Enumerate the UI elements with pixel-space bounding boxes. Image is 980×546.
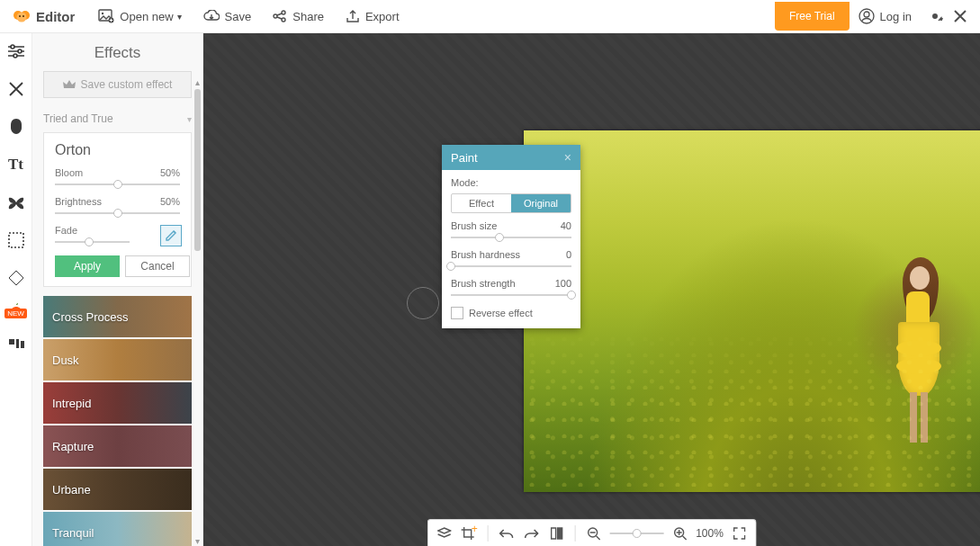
settings-button[interactable] [924,5,946,27]
orton-title: Orton [55,142,180,158]
mode-effect-button[interactable]: Effect [452,194,511,212]
canvas-area[interactable]: Paint × Mode: Effect Original Brush size… [203,33,980,546]
flip-button[interactable] [547,524,565,542]
effect-tile[interactable]: Dusk [43,339,192,380]
rail-portrait[interactable] [4,114,29,139]
tool-rail: Tt NEW [0,33,32,546]
open-new-button[interactable]: Open new ▾ [87,0,192,32]
brush-cursor [407,287,439,319]
gear-icon [927,8,943,24]
scroll-down-arrow[interactable]: ▾ [193,537,202,546]
texture-icon [8,270,24,286]
svg-rect-16 [9,233,23,247]
rail-text[interactable]: Tt [4,152,29,177]
zoom-out-icon [586,526,600,541]
fullscreen-button[interactable] [731,524,749,542]
mode-segment: Effect Original [451,193,571,213]
paint-close-button[interactable]: × [564,150,571,165]
user-icon [859,8,875,24]
effect-tile[interactable]: Tranquil [43,512,192,546]
paint-panel: Paint × Mode: Effect Original Brush size… [442,145,580,328]
rail-frames[interactable] [4,228,29,253]
rail-textures[interactable] [4,265,29,291]
mode-original-button[interactable]: Original [511,194,571,212]
checkbox-box [451,307,463,319]
fullscreen-icon [733,527,746,540]
free-trial-label: Free Trial [789,10,835,22]
canvas-image[interactable] [524,130,980,492]
save-button[interactable]: Save [193,0,263,32]
brush-size-slider[interactable]: Brush size40 [451,220,571,242]
share-label: Share [292,10,324,23]
close-app-button[interactable] [949,5,971,27]
svg-point-15 [13,54,17,58]
redo-button[interactable] [522,524,540,542]
zoom-in-button[interactable] [670,524,688,542]
puzzle-icon [7,336,25,352]
svg-point-3 [19,15,21,17]
image-subject [894,250,943,448]
brush-strength-value: 100 [555,278,571,289]
top-bar: Editor Open new ▾ Save Share Export Free… [0,0,980,33]
svg-point-6 [102,13,103,14]
save-label: Save [225,10,252,23]
login-button[interactable]: Log in [850,8,921,24]
wand-cross-icon [7,80,25,98]
effect-tile[interactable]: Cross Process [43,296,192,337]
reverse-effect-label: Reverse effect [469,308,533,318]
reverse-effect-checkbox[interactable]: Reverse effect [451,307,571,319]
image-plus-icon [98,9,114,23]
zoom-slider[interactable] [609,529,663,538]
undo-icon [499,528,513,539]
bloom-value: 50% [160,167,180,178]
crop-button[interactable]: + [460,524,478,542]
bloom-slider[interactable]: Bloom50% [55,167,180,189]
save-custom-effect-button[interactable]: Save custom effect [43,71,192,98]
undo-button[interactable] [497,524,515,542]
brightness-slider[interactable]: Brightness50% [55,196,180,218]
svg-point-13 [11,45,14,49]
effect-tile[interactable]: Urbane [43,469,192,510]
rail-misc[interactable] [4,331,29,356]
rail-effects[interactable] [4,190,29,215]
share-icon [273,10,287,22]
scroll-up-arrow[interactable]: ▴ [193,78,202,87]
export-label: Export [365,10,400,23]
scrollbar-thumb[interactable] [194,89,201,251]
brush-size-value: 40 [561,220,571,231]
fade-label: Fade [55,225,77,236]
svg-point-10 [282,18,285,22]
orton-card: Orton Bloom50% Brightness50% Fade30% [43,132,192,287]
rail-adjust[interactable] [4,39,29,64]
layers-button[interactable] [435,524,453,542]
zoom-out-button[interactable] [584,524,602,542]
panel-scrollbar[interactable]: ▴ ▾ [193,78,202,546]
svg-point-4 [22,15,24,17]
svg-point-12 [864,12,869,17]
mode-label: Mode: [451,177,571,188]
save-effect-label: Save custom effect [81,78,173,91]
open-new-label: Open new [120,10,173,23]
share-button[interactable]: Share [262,0,335,32]
effect-group-header[interactable]: Tried and True ▾ [43,109,192,132]
brush-icon [164,228,178,243]
brush-strength-slider[interactable]: Brush strength100 [451,278,571,300]
free-trial-button[interactable]: Free Trial [775,2,850,31]
export-button[interactable]: Export [335,0,410,32]
brush-hardness-slider[interactable]: Brush hardness0 [451,249,571,271]
cancel-button[interactable]: Cancel [125,255,190,277]
rail-themes[interactable]: NEW [4,303,29,318]
apply-button[interactable]: Apply [55,255,120,277]
paint-header[interactable]: Paint × [442,145,580,170]
effect-tile[interactable]: Rapture [43,425,192,467]
svg-point-14 [18,49,22,53]
app-title: Editor [36,9,75,24]
svg-rect-18 [16,339,19,348]
paint-brush-toggle[interactable] [160,225,182,246]
rail-touchup[interactable] [4,76,29,102]
group-label: Tried and True [43,112,113,125]
effect-tile[interactable]: Intrepid [43,382,192,424]
butterfly-icon [7,195,25,210]
redo-icon [524,528,538,539]
layers-icon [436,527,451,540]
